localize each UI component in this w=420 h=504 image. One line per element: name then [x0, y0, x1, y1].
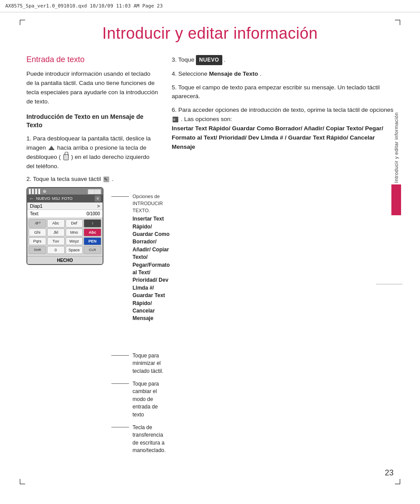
right-num-3: 3. Toque	[172, 56, 196, 63]
key-abc2: Abc	[84, 228, 101, 236]
text-counter: 0/1000	[86, 211, 100, 216]
right-text-3-end: .	[224, 56, 225, 63]
key-ghi: Ghi	[29, 228, 46, 236]
keyboard-row-4: Shift 0 Space CLR	[29, 246, 101, 254]
keyboard-row-1: .@? Abc Def ↑	[29, 219, 101, 228]
key-shift: Shift	[29, 246, 46, 254]
callout-transfer: Tecla de transferencia de escritura a ma…	[111, 424, 170, 455]
callout-options: Opciones de INTRODUCIR TEXTO. Insertar T…	[111, 193, 170, 323]
right-column: 3. Toque NUEVO . 4. Seleccione Mensaje d…	[172, 55, 394, 454]
h-divider-1	[376, 284, 402, 284]
phone-status-bar: ▌▌▌▌ ⊕ ▓▓▓▓	[27, 188, 103, 195]
back-button: ←	[29, 195, 34, 202]
nav-nuevo: NUEVO	[36, 196, 50, 201]
callout-line-1	[111, 196, 129, 197]
battery-icon: ▓▓▓▓	[88, 189, 101, 194]
phone-keyboard: .@? Abc Def ↑ Ghi Jkl Mno Abc	[27, 218, 103, 256]
right-text-4-bold: Mensaje de Texto	[209, 70, 258, 77]
left-list-item-1: 1. Para desbloquear la pantalla táctil, …	[26, 134, 158, 171]
keyboard-row-3: Pqrs Tuv Wxyz PEN	[29, 237, 101, 245]
right-item-4: 4. Seleccione Mensaje de Texto .	[172, 70, 394, 79]
callout-options-text: Opciones de INTRODUCIR TEXTO. Insertar T…	[133, 193, 170, 323]
nav-menu-btn: ≡	[95, 195, 101, 202]
callout-line-4	[111, 427, 129, 427]
callout-options-bold: Insertar Text Rápido/ Guardar Como Borra…	[133, 215, 170, 322]
key-space: Space	[66, 246, 83, 254]
right-item-5: 5. Toque el campo de texto para empezar …	[172, 83, 394, 102]
right-text-6-cont: . Las opciones son:	[181, 116, 232, 122]
triangle-up-icon	[48, 146, 55, 150]
wifi-icon: ⊕	[43, 189, 46, 194]
right-text-6-bold: Insertar Text Rápido/ Guardar Como Borra…	[172, 125, 383, 150]
nav-foto: FOTO	[62, 196, 73, 201]
list-number-2: 2.	[26, 176, 33, 182]
phone-diap-row: Diap1 >	[27, 202, 103, 210]
phone-text-row: Text: 0/1000	[27, 210, 103, 218]
nuevo-button: NUEVO	[196, 55, 222, 65]
left-list-item-2: 2. Toque la tecla suave táctil .	[26, 175, 158, 184]
right-num-4: 4. Seleccione	[172, 70, 209, 77]
key-pen: PEN	[84, 237, 101, 245]
keyboard-row-2: Ghi Jkl Mno Abc	[29, 228, 101, 236]
phone-mockup: ▌▌▌▌ ⊕ ▓▓▓▓ ← NUEVO MSJ FOTO ≡	[26, 187, 103, 265]
key-wxyz: Wxyz	[66, 237, 83, 245]
key-jkl: Jkl	[47, 228, 65, 236]
left-column: Entrada de texto Puede introducir inform…	[26, 55, 158, 454]
callout-section: Opciones de INTRODUCIR TEXTO. Insertar T…	[111, 187, 170, 454]
left-section-heading: Entrada de texto	[26, 55, 158, 64]
side-tab: Introducir y editar información	[390, 112, 402, 215]
top-bar: AX8575_Spa_ver1.0_091010.qxd 10/10/09 11…	[0, 0, 420, 12]
key-clr: CLR	[84, 246, 101, 254]
diap-arrow: >	[97, 203, 100, 209]
right-text-5: Toque el campo de texto para empezar esc…	[172, 84, 380, 100]
key-upload: ↑	[84, 219, 101, 228]
main-content: Introducir y editar información Entrada …	[26, 24, 394, 478]
callout-line-3	[111, 383, 129, 384]
list-text-2: Toque la tecla suave táctil	[33, 176, 103, 182]
diap-label: Diap1	[30, 203, 43, 209]
callout-mode-text: Toque para cambiar el modo de entrada de…	[133, 380, 170, 419]
top-bar-text: AX8575_Spa_ver1.0_091010.qxd 10/10/09 11…	[5, 3, 163, 9]
key-def: Def	[66, 219, 83, 228]
callout-options-label: Opciones de INTRODUCIR TEXTO.	[133, 193, 170, 214]
pencil-icon	[103, 177, 109, 182]
right-item-3: 3. Toque NUEVO .	[172, 55, 394, 65]
phone-section: ▌▌▌▌ ⊕ ▓▓▓▓ ← NUEVO MSJ FOTO ≡	[26, 187, 158, 454]
page-title: Introducir y editar información	[26, 24, 394, 43]
page-number: 23	[385, 468, 394, 478]
key-pqrs: Pqrs	[29, 237, 46, 245]
right-num-5: 5.	[172, 84, 178, 91]
side-tab-bar	[391, 184, 401, 215]
corner-mark-br	[395, 479, 400, 484]
list-number-1: 1.	[26, 135, 33, 142]
callout-mode: Toque para cambiar el modo de entrada de…	[111, 380, 170, 419]
key-0: 0	[47, 246, 65, 254]
key-tuv: Tuv	[47, 237, 65, 245]
list-text-2-end: .	[112, 176, 114, 182]
two-col-layout: Entrada de texto Puede introducir inform…	[26, 55, 394, 454]
callout-line-2	[111, 355, 129, 356]
left-bold-heading: Introducción de Texto en un Mensaje de T…	[26, 113, 158, 130]
phone-status-left: ▌▌▌▌ ⊕	[29, 189, 46, 194]
key-abc: Abc	[47, 219, 65, 228]
callout-minimize-text: Toque para minimizar el teclado táctil.	[133, 352, 170, 375]
phone-nav-bar: ← NUEVO MSJ FOTO ≡	[27, 195, 103, 202]
corner-mark-tr	[395, 20, 400, 25]
key-at: .@?	[29, 219, 46, 228]
text-label: Text:	[30, 211, 39, 216]
right-item-6: 6. Para acceder opciones de introducción…	[172, 106, 394, 152]
lock-icon	[63, 154, 69, 160]
callout-transfer-text: Tecla de transferencia de escritura a ma…	[133, 424, 170, 455]
key-mno: Mno	[66, 228, 83, 236]
nav-msj: MSJ	[52, 196, 60, 201]
phone-bottom-bar: HECHO	[27, 256, 103, 264]
callout-minimize: Toque para minimizar el teclado táctil.	[111, 352, 170, 375]
right-num-6: 6. Para acceder opciones de introducción…	[172, 107, 394, 113]
menu-icon	[173, 117, 178, 122]
left-body-text: Puede introducir información usando el t…	[26, 70, 158, 107]
corner-mark-tl	[20, 20, 25, 25]
right-text-4-end: .	[260, 70, 262, 77]
signal-icon: ▌▌▌▌	[29, 189, 41, 194]
side-tab-text: Introducir y editar información	[394, 112, 399, 183]
corner-mark-bl	[20, 479, 25, 484]
